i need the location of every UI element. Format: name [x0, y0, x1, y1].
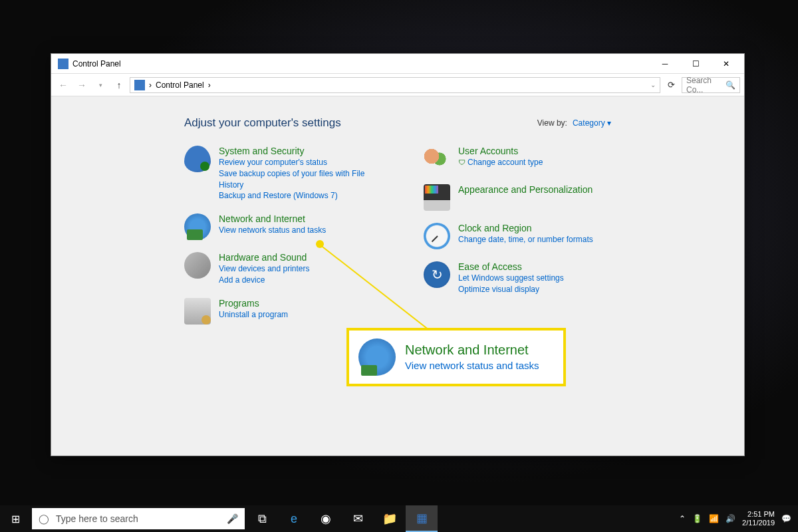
mic-icon[interactable]: 🎤	[227, 513, 238, 524]
category-link[interactable]: Uninstall a program	[219, 309, 288, 321]
tray-overflow-icon[interactable]: ⌃	[679, 514, 686, 523]
chrome-icon[interactable]: ◉	[310, 505, 342, 532]
battery-icon[interactable]: 🔋	[692, 514, 702, 523]
edge-icon[interactable]: e	[278, 505, 310, 532]
category-title[interactable]: Appearance and Personalization	[458, 184, 593, 195]
mail-icon[interactable]: ✉	[342, 505, 374, 532]
view-by-control[interactable]: View by: Category ▾	[537, 118, 611, 128]
printer-icon	[184, 252, 211, 279]
category-hardware-sound: Hardware and Sound View devices and prin…	[184, 252, 384, 286]
category-link[interactable]: Optimize visual display	[458, 284, 564, 295]
up-button[interactable]: ↑	[111, 77, 127, 93]
window-controls: ─ ☐ ✕	[650, 54, 741, 74]
category-link[interactable]: Change account type	[458, 157, 543, 168]
category-title[interactable]: User Accounts	[458, 146, 543, 156]
file-explorer-icon[interactable]: 📁	[374, 505, 406, 532]
start-button[interactable]: ⊞	[0, 505, 31, 532]
view-by-label: View by:	[537, 118, 567, 128]
maximize-button[interactable]: ☐	[680, 54, 711, 74]
shield-icon	[184, 146, 211, 172]
navigation-bar: ← → ▾ ↑ › Control Panel › ⌄ ⟳ Search Co.…	[51, 74, 744, 96]
minimize-button[interactable]: ─	[650, 54, 680, 74]
page-title: Adjust your computer's settings	[184, 116, 341, 130]
category-title[interactable]: Programs	[219, 298, 288, 309]
category-link[interactable]: Review your computer's status	[219, 157, 384, 168]
category-title[interactable]: Network and Internet	[219, 213, 326, 224]
clock-icon	[424, 223, 450, 249]
search-input[interactable]: Search Co... 🔍	[682, 77, 740, 93]
address-dropdown-icon[interactable]: ⌄	[650, 81, 656, 88]
content-area: Adjust your computer's settings View by:…	[51, 96, 744, 456]
category-title[interactable]: Clock and Region	[458, 223, 593, 233]
category-link[interactable]: Backup and Restore (Windows 7)	[219, 190, 384, 201]
monitor-icon	[424, 184, 450, 211]
clock-tray[interactable]: 2:51 PM 2/11/2019	[742, 510, 775, 527]
volume-icon[interactable]: 🔊	[726, 514, 735, 523]
control-panel-icon	[58, 59, 68, 69]
network-icon[interactable]: 📶	[709, 514, 719, 523]
view-by-value: Category	[573, 118, 605, 128]
forward-button[interactable]: →	[74, 77, 90, 93]
recent-dropdown[interactable]: ▾	[92, 77, 108, 93]
category-link[interactable]: Change date, time, or number formats	[458, 234, 593, 245]
category-title[interactable]: Hardware and Sound	[219, 252, 310, 263]
category-system-security: System and Security Review your computer…	[184, 146, 384, 201]
category-network-internet: Network and Internet View network status…	[184, 213, 384, 240]
category-appearance: Appearance and Personalization	[424, 184, 623, 211]
category-column-right: User Accounts Change account type Appear…	[424, 146, 623, 325]
control-panel-window: Control Panel ─ ☐ ✕ ← → ▾ ↑ › Control Pa…	[51, 53, 745, 456]
ease-of-access-icon	[424, 261, 450, 288]
taskbar: ⊞ ◯ Type here to search 🎤 ⧉ e ◉ ✉ 📁 ▦ ⌃ …	[0, 505, 798, 532]
breadcrumb-chevron: ›	[208, 80, 211, 90]
control-panel-taskbar-icon[interactable]: ▦	[406, 505, 438, 532]
taskbar-search[interactable]: ◯ Type here to search 🎤	[32, 508, 245, 529]
category-title[interactable]: System and Security	[219, 146, 384, 156]
category-link[interactable]: Add a device	[219, 275, 310, 286]
window-title: Control Panel	[72, 59, 650, 68]
globe-icon	[184, 213, 211, 240]
back-button[interactable]: ←	[55, 77, 71, 93]
breadcrumb-item[interactable]: Control Panel	[156, 80, 204, 90]
annotation-callout: Network and Internet View network status…	[346, 328, 566, 386]
tray-date: 2/11/2019	[742, 519, 775, 527]
task-view-button[interactable]: ⧉	[246, 505, 278, 532]
callout-title: Network and Internet	[405, 342, 539, 358]
users-icon	[424, 146, 450, 172]
category-link[interactable]: View network status and tasks	[219, 225, 326, 236]
globe-icon	[358, 338, 396, 376]
category-clock-region: Clock and Region Change date, time, or n…	[424, 223, 623, 249]
category-column-left: System and Security Review your computer…	[184, 146, 384, 325]
category-ease-of-access: Ease of Access Let Windows suggest setti…	[424, 261, 623, 295]
search-placeholder: Type here to search	[56, 513, 138, 524]
address-bar[interactable]: › Control Panel › ⌄	[130, 77, 660, 93]
system-tray: ⌃ 🔋 📶 🔊 2:51 PM 2/11/2019 💬	[672, 510, 798, 527]
category-link[interactable]: View devices and printers	[219, 263, 310, 275]
category-programs: Programs Uninstall a program	[184, 298, 384, 325]
callout-link: View network status and tasks	[405, 358, 539, 372]
category-user-accounts: User Accounts Change account type	[424, 146, 623, 172]
cortana-icon: ◯	[39, 513, 49, 524]
breadcrumb-chevron: ›	[149, 80, 152, 90]
tray-time: 2:51 PM	[742, 510, 775, 519]
action-center-icon[interactable]: 💬	[781, 514, 791, 523]
address-icon	[134, 80, 145, 90]
refresh-button[interactable]: ⟳	[663, 77, 679, 93]
category-link[interactable]: Let Windows suggest settings	[458, 273, 564, 284]
search-icon: 🔍	[726, 80, 735, 90]
category-title[interactable]: Ease of Access	[458, 261, 564, 272]
close-button[interactable]: ✕	[711, 54, 741, 74]
programs-icon	[184, 298, 211, 325]
search-placeholder: Search Co...	[686, 76, 726, 94]
category-link[interactable]: Save backup copies of your files with Fi…	[219, 168, 384, 191]
titlebar[interactable]: Control Panel ─ ☐ ✕	[51, 54, 744, 74]
taskbar-apps: ⧉ e ◉ ✉ 📁 ▦	[246, 505, 438, 532]
